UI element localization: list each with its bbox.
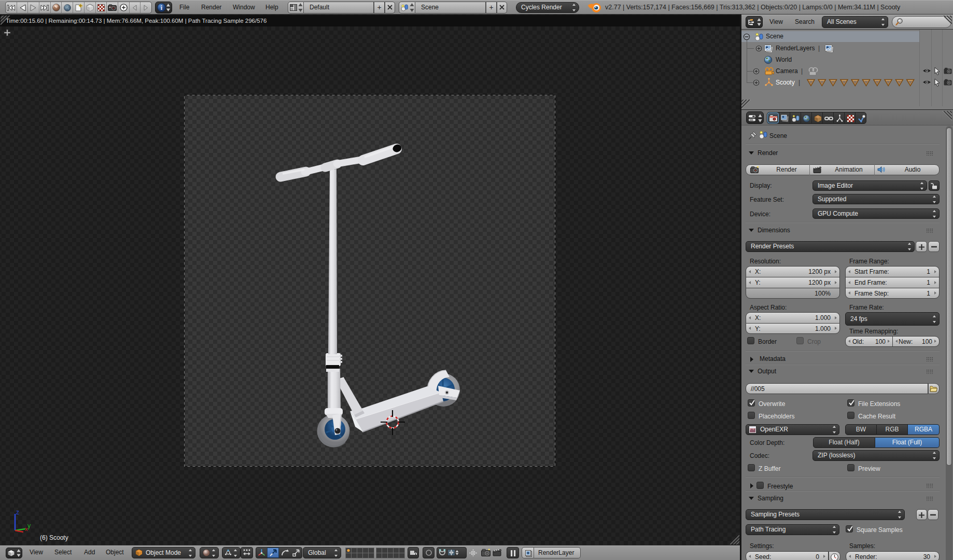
svg-text:z: z — [16, 509, 19, 516]
svg-text:x: x — [25, 526, 28, 532]
svg-text:y: y — [27, 522, 31, 529]
